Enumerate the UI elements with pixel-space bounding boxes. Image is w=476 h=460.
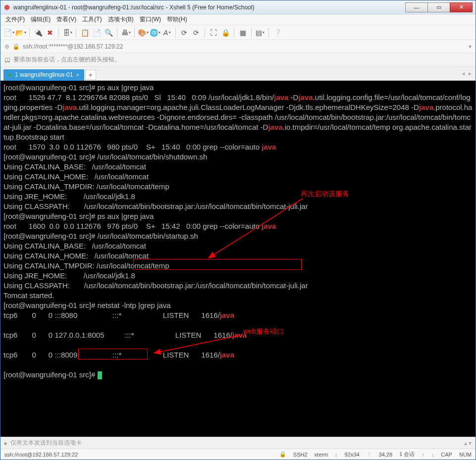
disconnect-icon[interactable]: ✖ — [46, 28, 54, 37]
ssh-icon: 🔒 — [279, 451, 286, 458]
send-bar[interactable]: ▸ 仅将文本发送到当前选项卡 ▴ ▾ — [0, 437, 476, 449]
menu-bar: 文件(F) 编辑(E) 查看(V) 工具(T) 选项卡(B) 窗口(W) 帮助(… — [0, 14, 476, 25]
tab-add-button[interactable]: + — [85, 70, 96, 80]
terminal-line: Using JRE_HOME: /usr/local/jdk1.8 — [3, 192, 473, 202]
terminal-line: Using CATALINA_BASE: /usr/local/tomcat — [3, 241, 473, 251]
send-text: 仅将文本发送到当前选项卡 — [10, 439, 82, 447]
app-window: wangruifenglinux-01 - root@wangruifeng-0… — [0, 0, 476, 460]
tab-close-icon[interactable]: × — [76, 72, 79, 78]
xftp-icon[interactable]: ⟳ — [180, 28, 189, 37]
size-icon: ↕ — [335, 452, 338, 458]
help-icon[interactable]: ❔ — [273, 28, 282, 37]
terminal-line: Using CATALINA_HOME: /usr/local/tomcat — [3, 172, 473, 182]
tab-bar: 1 wangruifenglinux-01 × + ◄ ► — [0, 67, 476, 81]
status-cursor: 34,28 — [379, 452, 393, 458]
copy-icon[interactable]: 📋 — [80, 28, 89, 37]
terminal-line: Using CATALINA_HOME: /usr/local/tomcat — [3, 251, 473, 261]
address-bar: ⊕ 🔒 ssh://root:********@192.168.57.129:2… — [0, 40, 476, 53]
paste-icon[interactable]: 📄 — [92, 28, 101, 37]
pos-icon: ⋮ — [367, 451, 372, 458]
terminal-line: [root@wangruifeng-01 src]# — [3, 370, 473, 380]
terminal-line: root 1526 47.7 8.1 2296764 82088 pts/0 S… — [3, 93, 473, 142]
status-term: xterm — [315, 452, 328, 458]
print-icon[interactable]: 🖶▾ — [121, 28, 130, 37]
terminal-line: Using JRE_HOME: /usr/local/jdk1.8 — [3, 271, 473, 281]
hint-bar: 🕮 要添加当前会话，点击左侧的箭头按钮。 — [0, 53, 476, 67]
tab-label: 1 wangruifenglinux-01 — [15, 71, 73, 78]
status-sessions: 1 会话 — [399, 451, 415, 458]
properties-icon[interactable]: 🗄▾ — [63, 28, 72, 37]
terminal-line: root 1570 3.0 0.0 112676 980 pts/0 S+ 15… — [3, 142, 473, 152]
layout-icon[interactable]: ▤▾ — [256, 28, 264, 37]
terminal-line — [3, 340, 473, 350]
tab-prev-icon[interactable]: ◄ — [461, 71, 466, 76]
app-icon — [3, 4, 10, 11]
up-icon[interactable]: ↑ — [422, 452, 424, 458]
find-icon[interactable]: 🔍 — [104, 28, 113, 37]
status-dot-icon — [8, 73, 12, 77]
terminal-line: Using CLASSPATH: /usr/local/tomcat/bin/b… — [3, 281, 473, 291]
menu-tab[interactable]: 选项卡(B) — [108, 15, 134, 24]
menu-window[interactable]: 窗口(W) — [140, 15, 161, 24]
terminal-line: Using CATALINA_TMPDIR: /usr/local/tomcat… — [3, 261, 473, 271]
terminal-line: [root@wangruifeng-01 src]# ps aux |grep … — [3, 83, 473, 93]
send-up-icon[interactable]: ▴ ▾ — [464, 440, 472, 447]
keypad-icon[interactable]: ▦ — [238, 28, 247, 37]
lock-icon[interactable]: 🔒 — [221, 28, 230, 37]
minimize-button[interactable]: — — [405, 2, 428, 12]
terminal-line: tcp6 0 0 127.0.0.1:8005 :::* LISTEN 1616… — [3, 330, 473, 340]
addr-dropdown-icon[interactable]: ▾ — [469, 43, 472, 50]
terminal-line: Using CLASSPATH: /usr/local/tomcat/bin/b… — [3, 202, 473, 211]
terminal-line: [root@wangruifeng-01 src]# /usr/local/to… — [3, 152, 473, 162]
reconnect-icon[interactable]: 🔌 — [34, 28, 43, 37]
terminal-line: Using CATALINA_BASE: /usr/local/tomcat — [3, 162, 473, 172]
terminal-line — [3, 360, 473, 370]
status-connection: ssh://root@192.168.57.129:22 — [4, 452, 78, 458]
menu-tools[interactable]: 工具(T) — [82, 15, 102, 24]
svg-point-0 — [4, 4, 10, 10]
terminal-line: root 1600 0.0 0.0 112676 976 pts/0 S+ 15… — [3, 221, 473, 231]
tab-next-icon[interactable]: ► — [468, 71, 473, 76]
terminal-line: tcp6 0 0 :::8009 :::* LISTEN 1616/java — [3, 350, 473, 360]
window-title: wangruifenglinux-01 - root@wangruifeng-0… — [13, 4, 406, 11]
address-input[interactable]: ssh://root:********@192.168.57.129:22 — [23, 43, 466, 50]
status-size: 92x34 — [345, 452, 360, 458]
menu-help[interactable]: 帮助(H) — [167, 15, 187, 24]
font-icon[interactable]: A▾ — [162, 28, 171, 37]
status-num: NUM — [459, 452, 472, 458]
open-icon[interactable]: 📂▾ — [16, 28, 25, 37]
terminal-line: Tomcat started. — [3, 291, 473, 301]
terminal-line — [3, 320, 473, 330]
hint-text: 要添加当前会话，点击左侧的箭头按钮。 — [13, 55, 120, 64]
toolbar: 📄▾ 📂▾ 🔌 ✖ 🗄▾ 📋 📄 🔍 🖶▾ 🎨▾ 🌐▾ A▾ ⟳ ⟳ ⛶ 🔒 ▦… — [0, 25, 476, 40]
new-session-icon[interactable]: 📄▾ — [4, 28, 13, 37]
status-cap: CAP — [441, 452, 452, 458]
terminal-line: tcp6 0 0 :::8080 :::* LISTEN 1616/java — [3, 310, 473, 320]
terminal-line: [root@wangruifeng-01 src]# ps aux |grep … — [3, 211, 473, 221]
menu-file[interactable]: 文件(F) — [5, 15, 25, 24]
terminal-line: Using CATALINA_TMPDIR: /usr/local/tomcat… — [3, 182, 473, 192]
close-button[interactable]: ✕ — [450, 2, 473, 12]
addr-plus-icon[interactable]: ⊕ — [4, 43, 9, 50]
lock-small-icon: 🔒 — [12, 43, 20, 50]
status-bar: ssh://root@192.168.57.129:22 🔒 SSH2 xter… — [0, 449, 476, 460]
status-protocol: SSH2 — [293, 452, 308, 458]
xagent-icon[interactable]: ⟳ — [192, 28, 201, 37]
session-tab[interactable]: 1 wangruifenglinux-01 × — [3, 69, 84, 81]
titlebar: wangruifenglinux-01 - root@wangruifeng-0… — [0, 0, 476, 14]
maximize-button[interactable]: ▭ — [427, 2, 450, 12]
terminal-output[interactable]: [root@wangruifeng-01 src]# ps aux |grep … — [0, 81, 476, 437]
bookmark-add-icon[interactable]: 🕮 — [4, 56, 10, 63]
menu-edit[interactable]: 编辑(E) — [31, 15, 51, 24]
down-icon[interactable]: ↓ — [431, 452, 434, 458]
color-icon[interactable]: 🎨▾ — [139, 28, 148, 37]
menu-view[interactable]: 查看(V) — [56, 15, 76, 24]
send-icon: ▸ — [4, 440, 7, 447]
encoding-icon[interactable]: 🌐▾ — [151, 28, 159, 37]
terminal-line: [root@wangruifeng-01 src]# netstat -lntp… — [3, 301, 473, 310]
terminal-line: [root@wangruifeng-01 src]# /usr/local/to… — [3, 231, 473, 241]
fullscreen-icon[interactable]: ⛶ — [209, 28, 218, 37]
